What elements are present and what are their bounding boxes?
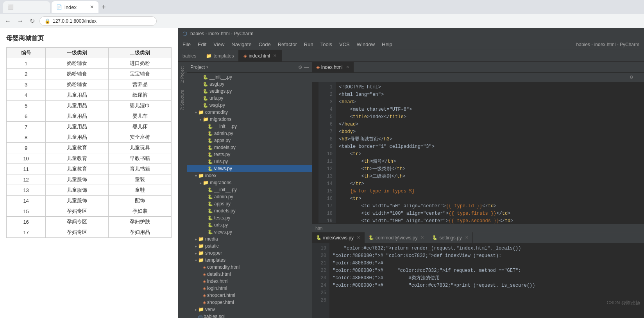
code-content[interactable]: <!DOCTYPE html><html lang="en"><head> <m…	[336, 82, 644, 223]
fold-btn[interactable]	[312, 140, 318, 146]
tree-item[interactable]: 🐍asgi.py	[187, 81, 312, 88]
fold-btn[interactable]	[312, 191, 318, 198]
tree-item[interactable]: 🐍models.py	[187, 144, 312, 151]
tree-item[interactable]: 🐍admin.py	[187, 130, 312, 137]
bottom-tab-close-2[interactable]: ✕	[420, 235, 424, 240]
top-tab-indexhtml[interactable]: ◈ index.html ✕	[239, 50, 282, 62]
tree-item[interactable]: 🐍urls.py	[187, 221, 312, 228]
browser-tab-index[interactable]: 📄 index ✕	[52, 1, 98, 13]
fold-btn[interactable]	[312, 198, 318, 204]
fold-btn[interactable]	[312, 210, 318, 217]
table-cell-id: 2	[7, 69, 46, 79]
bottom-tab-close-3[interactable]: ✕	[465, 235, 469, 240]
fold-btn[interactable]	[312, 108, 318, 114]
menu-refactor[interactable]: Refactor	[275, 41, 300, 48]
tree-item[interactable]: ▸📁media	[187, 235, 312, 243]
editor-tab-indexhtml[interactable]: ◈ index.html ✕	[312, 62, 354, 73]
table-row: 9儿童教育儿童玩具	[7, 143, 172, 153]
tree-item[interactable]: 🐍apps.py	[187, 200, 312, 207]
fold-btn[interactable]	[312, 101, 318, 108]
tree-item[interactable]: ▸📁migrations	[187, 116, 312, 123]
fold-btn[interactable]	[312, 82, 318, 88]
tree-item[interactable]: 🐍urls.py	[187, 158, 312, 165]
tree-item[interactable]: ◈shopcart.html	[187, 292, 312, 299]
tree-item[interactable]: 🐍views.py	[187, 228, 312, 235]
tree-item[interactable]: 🐍tests.py	[187, 214, 312, 221]
tree-item[interactable]: 🐍admin.py	[187, 193, 312, 200]
menu-navigate[interactable]: Navigate	[228, 41, 254, 48]
toolbar-minimize-icon[interactable]: —	[637, 75, 641, 80]
fold-btn[interactable]	[312, 165, 318, 172]
menu-window[interactable]: Window	[354, 41, 378, 48]
project-tool-btn[interactable]: 1: Project	[179, 63, 185, 86]
tree-item[interactable]: 🐍wsgi.py	[187, 102, 312, 109]
tree-item[interactable]: ▸📁migrations	[187, 179, 312, 186]
fold-btn[interactable]	[312, 127, 318, 133]
fold-btn[interactable]	[312, 88, 318, 95]
tree-item[interactable]: 🐍__init__.py	[187, 186, 312, 193]
top-tab-babies[interactable]: babies	[178, 50, 201, 62]
tree-item[interactable]: ▸📁venv	[187, 306, 312, 313]
bottom-tab-indexviews[interactable]: 🐍 index\views.py ✕	[312, 232, 365, 243]
menu-tools[interactable]: Tools	[317, 41, 335, 48]
tree-item[interactable]: 🐍__init__.py	[187, 123, 312, 130]
bottom-tab-commodityviews[interactable]: 🐍 commodity\views.py ✕	[365, 232, 428, 243]
tree-item[interactable]: ▸📁shopper	[187, 250, 312, 257]
fold-btn[interactable]	[312, 95, 318, 101]
bottom-code-content[interactable]: "color:#cc7832;">return render_(request,…	[329, 243, 644, 318]
tree-item[interactable]: 🐍models.py	[187, 207, 312, 214]
toolbar-settings-icon[interactable]: ⚙	[630, 75, 633, 80]
menu-edit[interactable]: Edit	[195, 41, 209, 48]
fold-btn[interactable]	[312, 114, 318, 120]
tree-item[interactable]: 🐍urls.py	[187, 95, 312, 102]
project-settings-icon[interactable]: ⚙	[298, 65, 302, 70]
fold-btn[interactable]	[312, 120, 318, 127]
menu-run[interactable]: Run	[301, 41, 317, 48]
tree-item[interactable]: 🐍views.py	[187, 165, 312, 172]
bottom-tab-settings[interactable]: 🐍 settings.py ✕	[428, 232, 472, 243]
bottom-tab-close-1[interactable]: ✕	[357, 235, 360, 240]
fold-btn[interactable]	[312, 153, 318, 159]
menu-file[interactable]: File	[179, 41, 194, 48]
url-bar[interactable]: 🔒 127.0.0.1:8000/index	[39, 16, 157, 26]
fold-btn[interactable]	[312, 204, 318, 210]
editor-tab-close[interactable]: ✕	[346, 65, 349, 70]
structure-tool-btn[interactable]: 7: Structure	[179, 87, 185, 113]
new-tab-button[interactable]: +	[100, 3, 107, 11]
tree-item[interactable]: 🐍settings.py	[187, 88, 312, 95]
menu-vcs[interactable]: VCS	[336, 41, 353, 48]
tree-item[interactable]: ◈details.html	[187, 271, 312, 278]
tree-item[interactable]: ◈commodity.html	[187, 264, 312, 271]
fold-btn[interactable]	[312, 172, 318, 178]
tree-item[interactable]: 🗃babies.sql	[187, 313, 312, 318]
editor-tab-x[interactable]: ✕	[273, 53, 277, 58]
fold-btn[interactable]	[312, 217, 318, 223]
tree-item[interactable]: 🐍__init__.py	[187, 74, 312, 81]
fold-btn[interactable]	[312, 133, 318, 140]
forward-button[interactable]: →	[16, 16, 25, 26]
top-tab-templates[interactable]: 📁 templates	[201, 50, 239, 62]
tree-item[interactable]: ▾📁commodity	[187, 109, 312, 116]
tab-close-btn[interactable]: ✕	[90, 4, 94, 10]
tree-item[interactable]: ◈login.html	[187, 285, 312, 292]
menu-help[interactable]: Help	[379, 41, 395, 48]
tab-babies-label: babies	[182, 53, 196, 59]
tree-item[interactable]: ▸📁pstatic	[187, 243, 312, 250]
fold-btn[interactable]	[312, 185, 318, 191]
tree-item[interactable]: ▾📁index	[187, 172, 312, 179]
tree-item[interactable]: 🐍tests.py	[187, 151, 312, 158]
tree-item[interactable]: ◈index.html	[187, 278, 312, 285]
back-button[interactable]: ←	[3, 16, 13, 26]
fold-btn[interactable]	[312, 178, 318, 185]
project-collapse-icon[interactable]: —	[304, 65, 309, 70]
project-header: Project ▾ ⚙ —	[187, 62, 312, 73]
project-dropdown-icon[interactable]: ▾	[206, 65, 208, 69]
menu-view[interactable]: View	[210, 41, 227, 48]
menu-code[interactable]: Code	[256, 41, 274, 48]
tree-item[interactable]: 🐍apps.py	[187, 137, 312, 144]
fold-btn[interactable]	[312, 146, 318, 153]
tree-item[interactable]: ◈shopper.html	[187, 299, 312, 306]
tree-item[interactable]: ▾📁templates	[187, 257, 312, 264]
refresh-button[interactable]: ↻	[28, 16, 36, 26]
fold-btn[interactable]	[312, 159, 318, 165]
